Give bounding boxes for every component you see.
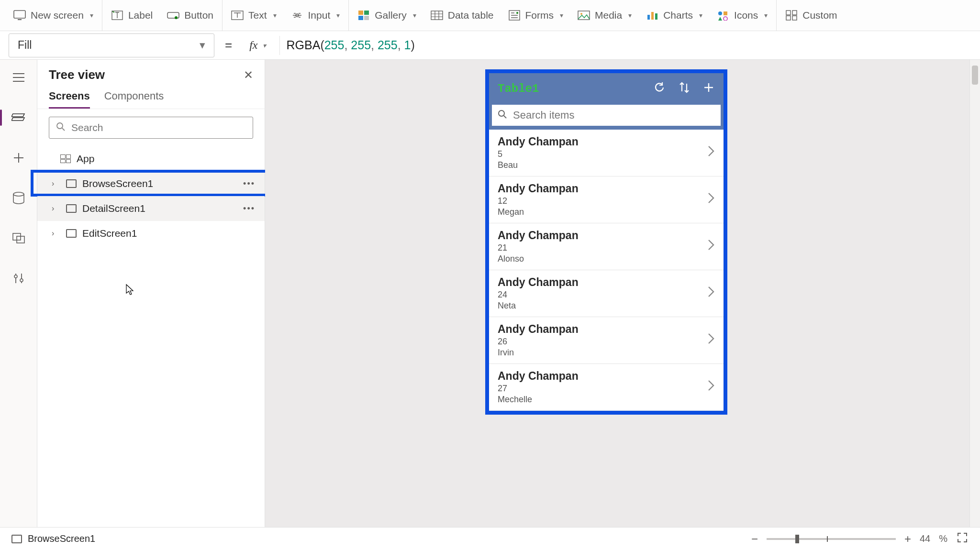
new-screen-button[interactable]: New screen ▾ (11, 6, 95, 24)
svg-point-13 (516, 12, 518, 14)
chevron-right-icon (707, 238, 715, 255)
chevron-right-icon[interactable]: › (52, 204, 60, 213)
label-icon (111, 9, 123, 22)
tree-view-title: Tree view (49, 67, 105, 82)
property-dropdown[interactable]: Fill ▾ (9, 33, 214, 57)
phone-list: Andy Champan5BeauAndy Champan12MeganAndy… (489, 130, 724, 411)
list-item-title: Andy Champan (498, 182, 579, 195)
rail-data-button[interactable] (9, 188, 29, 208)
data-table-button[interactable]: Data table (429, 6, 496, 24)
tree-item-detailscreen1[interactable]: › DetailScreen1 ••• (37, 196, 265, 221)
chevron-right-icon[interactable]: › (52, 229, 60, 238)
custom-button[interactable]: Custom (783, 6, 839, 24)
chevron-down-icon: ▾ (764, 11, 768, 19)
tree-view-panel: Tree view ✕ Screens Components App › (37, 60, 265, 527)
list-item[interactable]: Andy Champan21Alonso (489, 223, 724, 270)
screen-icon (13, 9, 26, 22)
chevron-right-icon (707, 144, 715, 161)
custom-label: Custom (802, 10, 837, 21)
phone-search[interactable] (491, 104, 722, 127)
tree-item-browsescreen1[interactable]: › BrowseScreen1 ••• (37, 171, 265, 196)
input-icon (291, 9, 303, 22)
chevron-down-icon: ▾ (336, 11, 340, 19)
forms-icon (508, 9, 521, 22)
rail-media-button[interactable] (9, 228, 29, 248)
refresh-icon[interactable] (653, 81, 666, 96)
fx-button[interactable]: fx ▾ (243, 39, 272, 52)
tree-item-app[interactable]: App (37, 146, 265, 171)
chevron-right-icon[interactable]: › (52, 179, 60, 188)
zoom-in-button[interactable]: + (904, 532, 911, 546)
svg-rect-1 (18, 19, 22, 20)
formula-input[interactable]: RGBA(255, 255, 255, 1) (287, 38, 415, 52)
phone-search-input[interactable] (513, 109, 715, 121)
svg-point-32 (499, 110, 504, 116)
gallery-button[interactable]: Gallery ▾ (356, 6, 418, 24)
label-button[interactable]: Label (109, 6, 155, 24)
scrollbar-thumb[interactable] (972, 66, 978, 85)
rail-tree-view-button[interactable] (9, 108, 29, 128)
icons-button[interactable]: Icons ▾ (715, 6, 769, 24)
input-button[interactable]: Input ▾ (289, 6, 342, 24)
label-label: Label (128, 10, 153, 21)
close-icon[interactable]: ✕ (244, 68, 253, 82)
list-item[interactable]: Andy Champan24Neta (489, 270, 724, 317)
svg-point-29 (14, 275, 17, 278)
tree-search-input[interactable] (71, 122, 246, 133)
list-item[interactable]: Andy Champan5Beau (489, 130, 724, 176)
media-button[interactable]: Media ▾ (576, 6, 634, 24)
list-item-subtitle-2: Mechelle (498, 395, 579, 405)
list-item-subtitle-2: Beau (498, 160, 579, 170)
more-icon[interactable]: ••• (243, 204, 255, 214)
list-item[interactable]: Andy Champan27Mechelle (489, 364, 724, 411)
rail-insert-button[interactable] (9, 148, 29, 168)
svg-point-15 (580, 13, 582, 15)
formula-bar: Fill ▾ = fx ▾ RGBA(255, 255, 255, 1) (0, 31, 980, 60)
rail-advanced-tools-button[interactable] (9, 268, 29, 288)
rail-hamburger-button[interactable] (9, 67, 29, 88)
list-item-title: Andy Champan (498, 229, 579, 242)
text-button[interactable]: Text ▾ (229, 6, 278, 24)
canvas[interactable]: Table1 (265, 60, 980, 527)
icons-label: Icons (734, 10, 758, 21)
fit-to-window-button[interactable] (956, 531, 969, 546)
tab-components[interactable]: Components (104, 90, 164, 109)
app-icon (60, 154, 71, 163)
input-label: Input (308, 10, 331, 21)
charts-button[interactable]: Charts ▾ (644, 6, 704, 24)
zoom-out-button[interactable]: − (751, 532, 758, 546)
chevron-right-icon (707, 285, 715, 302)
chevron-down-icon: ▾ (413, 11, 416, 19)
chevron-down-icon: ▾ (273, 11, 277, 19)
gallery-label: Gallery (375, 10, 407, 21)
screen-icon (66, 179, 77, 188)
svg-rect-24 (786, 16, 791, 20)
text-icon (231, 9, 244, 22)
forms-button[interactable]: Forms ▾ (506, 6, 566, 24)
button-icon (167, 9, 179, 22)
data-table-label: Data table (448, 10, 494, 21)
phone-title: Table1 (498, 82, 539, 95)
main-area: Tree view ✕ Screens Components App › (0, 60, 980, 527)
list-item-subtitle-2: Neta (498, 301, 579, 311)
icons-icon (717, 9, 729, 22)
equals-label: = (221, 38, 236, 53)
list-item[interactable]: Andy Champan12Megan (489, 176, 724, 223)
svg-rect-8 (364, 11, 369, 15)
add-icon[interactable] (702, 81, 715, 96)
tree-item-editscreen1[interactable]: › EditScreen1 (37, 221, 265, 246)
zoom-value: 44 (920, 533, 930, 544)
vertical-scrollbar[interactable] (969, 60, 980, 527)
sort-icon[interactable] (679, 81, 690, 96)
tree-search[interactable] (49, 117, 253, 139)
more-icon[interactable]: ••• (243, 179, 255, 189)
tab-screens[interactable]: Screens (49, 90, 90, 109)
button-button[interactable]: Button (165, 6, 215, 24)
media-icon (578, 9, 590, 22)
slider-thumb[interactable] (795, 535, 799, 543)
phone-header: Table1 (489, 73, 724, 104)
svg-point-19 (718, 11, 722, 15)
list-item[interactable]: Andy Champan26Irvin (489, 317, 724, 364)
zoom-slider[interactable] (767, 538, 896, 540)
svg-rect-20 (724, 11, 727, 15)
